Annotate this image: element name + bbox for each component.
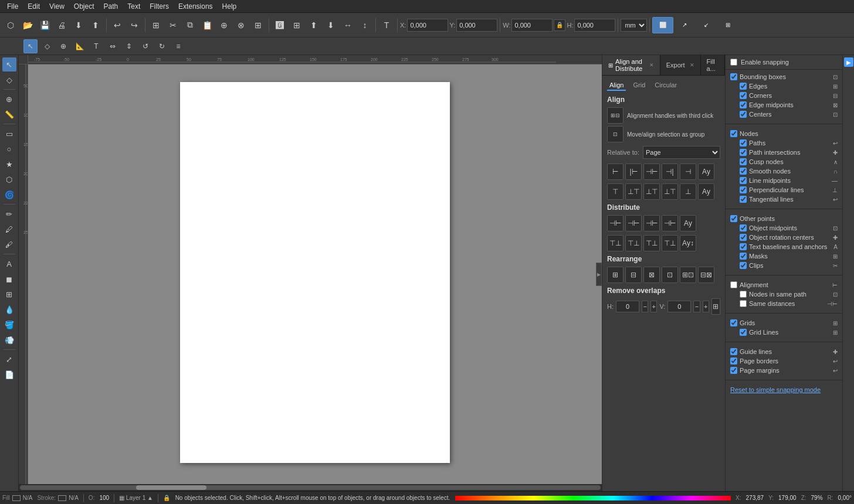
enable-snapping-checkbox[interactable] bbox=[730, 59, 737, 66]
subtab-align[interactable]: Align bbox=[607, 80, 626, 91]
dist-v-baseline[interactable]: Ay↕ bbox=[680, 235, 696, 251]
dist-center-v[interactable]: ⊤⊥ bbox=[625, 235, 642, 251]
tool-spiral[interactable]: 🌀 bbox=[2, 188, 16, 202]
copy-button[interactable]: ⧉ bbox=[182, 17, 198, 33]
snap-view-1[interactable]: ⬜ bbox=[652, 17, 673, 33]
dist-equal-v[interactable]: ⊤⊥ bbox=[662, 235, 678, 251]
dist-top[interactable]: ⊤⊥ bbox=[607, 235, 623, 251]
paths-check[interactable] bbox=[740, 139, 747, 147]
close-align-tab[interactable]: ✕ bbox=[649, 62, 654, 68]
save-button[interactable]: 💾 bbox=[36, 17, 53, 33]
align-right-center[interactable]: ⊣| bbox=[662, 164, 678, 180]
h-remove-plus[interactable]: + bbox=[650, 301, 657, 312]
bounding-boxes-check[interactable] bbox=[730, 73, 737, 80]
h-input[interactable] bbox=[574, 19, 615, 32]
tab-export[interactable]: Export ✕ bbox=[660, 55, 701, 75]
align-center-h[interactable]: ⊣⊢ bbox=[643, 164, 660, 180]
relative-to-select[interactable]: Page Drawing Selection First selected La… bbox=[643, 146, 720, 159]
rearrange-1[interactable]: ⊞ bbox=[607, 267, 623, 283]
tangential-check[interactable] bbox=[740, 196, 747, 203]
tool-zoom[interactable]: ⊕ bbox=[2, 92, 16, 106]
v-remove-input[interactable] bbox=[667, 301, 691, 312]
alignment-handles-btn[interactable]: ⊞⊟ bbox=[607, 107, 623, 124]
menu-edit[interactable]: Edit bbox=[23, 1, 45, 12]
align-left-center[interactable]: |⊢ bbox=[625, 164, 642, 180]
menu-text[interactable]: Text bbox=[123, 1, 145, 12]
tool-connector[interactable]: ⤢ bbox=[2, 352, 16, 366]
node-tool[interactable]: ◇ bbox=[40, 39, 54, 53]
page-borders-check[interactable] bbox=[730, 357, 737, 365]
subtab-circular[interactable]: Circular bbox=[652, 80, 679, 91]
raise-button[interactable]: ⬆ bbox=[306, 17, 322, 33]
stroke-swatch[interactable] bbox=[58, 495, 66, 501]
tool-paint-bucket[interactable]: 🪣 bbox=[2, 318, 16, 332]
open-button[interactable]: 📂 bbox=[19, 17, 36, 33]
text-baselines-check[interactable] bbox=[740, 243, 747, 250]
tool-pencil[interactable]: ✏ bbox=[2, 207, 16, 221]
tool-pen[interactable]: 🖊 bbox=[2, 222, 16, 236]
grid-lines-check[interactable] bbox=[740, 329, 747, 336]
text-sel-tool[interactable]: T bbox=[89, 39, 103, 53]
rearrange-6[interactable]: ⊟⊠ bbox=[698, 267, 714, 283]
tool-node[interactable]: ◇ bbox=[2, 73, 16, 87]
corners-check[interactable] bbox=[740, 92, 747, 99]
menu-filters[interactable]: Filters bbox=[145, 1, 174, 12]
measure-tool[interactable]: 📐 bbox=[73, 39, 87, 53]
dist-center-h[interactable]: ⊣⊢ bbox=[625, 215, 642, 231]
menu-extensions[interactable]: Extensions bbox=[174, 1, 218, 12]
dist-bottom[interactable]: ⊤⊥ bbox=[643, 235, 660, 251]
rearrange-2[interactable]: ⊟ bbox=[625, 267, 642, 283]
redo-button[interactable]: ↪ bbox=[126, 17, 143, 33]
w-input[interactable] bbox=[511, 19, 553, 32]
align-left-edge[interactable]: ⊢ bbox=[607, 164, 623, 180]
guide-lines-check[interactable] bbox=[730, 348, 737, 355]
dist-right[interactable]: ⊣⊢ bbox=[643, 215, 660, 231]
tool-select[interactable]: ↖ bbox=[2, 57, 16, 71]
tool-star[interactable]: ★ bbox=[2, 157, 16, 171]
snap-toggle-button[interactable]: ▶ bbox=[844, 57, 853, 67]
rearrange-3[interactable]: ⊠ bbox=[643, 267, 660, 283]
x-input[interactable] bbox=[407, 19, 448, 32]
flip-v-sub[interactable]: ⇕ bbox=[122, 39, 136, 53]
lower-button[interactable]: ⬇ bbox=[323, 17, 339, 33]
smooth-nodes-check[interactable] bbox=[740, 168, 747, 175]
snap-view-2[interactable]: ↗ bbox=[674, 17, 695, 33]
rotate-cw[interactable]: ↻ bbox=[155, 39, 169, 53]
undo-button[interactable]: ↩ bbox=[109, 17, 126, 33]
reset-snapping-link[interactable]: Reset to simple snapping mode bbox=[726, 383, 842, 397]
centers-check[interactable] bbox=[740, 111, 747, 118]
dist-left[interactable]: ⊣⊢ bbox=[607, 215, 623, 231]
select-tool[interactable]: ↖ bbox=[23, 39, 38, 53]
tool-mesh[interactable]: ⊞ bbox=[2, 287, 16, 301]
tool-pages[interactable]: 📄 bbox=[2, 367, 16, 382]
tool-gradient[interactable]: ◼ bbox=[2, 272, 16, 286]
clips-check[interactable] bbox=[740, 262, 747, 269]
tool-eyedropper[interactable]: 💧 bbox=[2, 302, 16, 316]
tab-align-distribute[interactable]: ⊞ Align and Distribute ✕ bbox=[602, 55, 660, 75]
tab-fill[interactable]: Fill a... bbox=[701, 55, 725, 75]
nodes-same-path-check[interactable] bbox=[740, 291, 747, 298]
rearrange-5[interactable]: ⊞⊡ bbox=[680, 267, 696, 283]
perpendicular-check[interactable] bbox=[740, 186, 747, 193]
align-text-baseline[interactable]: Ay bbox=[698, 164, 714, 180]
subtab-grid[interactable]: Grid bbox=[631, 80, 648, 91]
scrollbar-thumb[interactable] bbox=[136, 485, 206, 490]
other-points-check[interactable] bbox=[730, 215, 737, 222]
tool-text[interactable]: A bbox=[2, 257, 16, 271]
close-export-tab[interactable]: ✕ bbox=[690, 62, 694, 68]
flip-v-button[interactable]: ↕ bbox=[357, 17, 373, 33]
zoom-sel-button[interactable]: ⊗ bbox=[233, 17, 249, 33]
remove-overlaps-icon[interactable]: ⊞ bbox=[711, 298, 720, 315]
page-margins-check[interactable] bbox=[730, 367, 737, 374]
tool-rect[interactable]: ▭ bbox=[2, 127, 16, 141]
object-midpoints-check[interactable] bbox=[740, 224, 747, 231]
edges-check[interactable] bbox=[740, 83, 747, 90]
new-button[interactable]: ⬡ bbox=[2, 17, 19, 33]
paste-button[interactable]: 📋 bbox=[199, 17, 215, 33]
snap-view-3[interactable]: ↙ bbox=[696, 17, 717, 33]
fill-swatch[interactable] bbox=[12, 495, 21, 501]
ungroup-button[interactable]: ⊞ bbox=[289, 17, 305, 33]
snap-view-4[interactable]: ⊞ bbox=[717, 17, 738, 33]
grids-check[interactable] bbox=[730, 319, 737, 326]
v-remove-plus[interactable]: + bbox=[703, 301, 709, 312]
